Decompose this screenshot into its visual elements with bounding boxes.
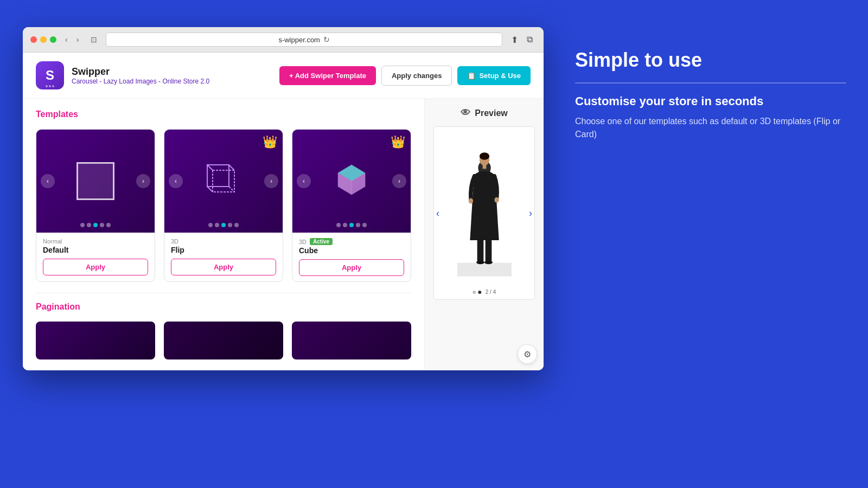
default-shape xyxy=(76,162,114,200)
setup-use-button[interactable]: 📋 Setup & Use xyxy=(457,66,531,85)
template-flip-info: 3D Flip Apply xyxy=(164,233,283,281)
template-flip-name: Flip xyxy=(171,246,276,254)
add-template-button[interactable]: + Add Swiper Template xyxy=(279,66,376,85)
apply-default-button[interactable]: Apply xyxy=(43,259,148,275)
template-preview-default: ‹ › xyxy=(36,130,155,233)
apply-flip-button[interactable]: Apply xyxy=(171,259,276,275)
pagination-section: Pagination xyxy=(36,302,411,359)
preview-next-button[interactable]: › xyxy=(529,208,532,219)
svg-line-2 xyxy=(207,165,213,170)
main-content: Templates ‹ › xyxy=(23,99,544,370)
preview-prev-button[interactable]: ‹ xyxy=(436,208,439,219)
pagination-card-3 xyxy=(292,322,411,359)
template-preview-flip: ‹ 👑 › xyxy=(164,130,283,233)
sidebar-divider xyxy=(575,82,846,84)
template-flip-type: 3D xyxy=(171,238,276,245)
crown-icon-cube: 👑 xyxy=(391,135,405,149)
section-divider xyxy=(36,293,411,293)
logo-dots xyxy=(46,85,54,87)
gear-icon: ⚙ xyxy=(524,349,531,359)
address-bar[interactable]: s-wipper.com ↻ xyxy=(106,33,502,47)
minimize-button[interactable] xyxy=(40,36,47,43)
reload-button[interactable]: ↻ xyxy=(323,35,330,44)
model-figure xyxy=(457,143,512,284)
template-card-cube: ‹ 👑 › xyxy=(292,129,411,282)
svg-rect-17 xyxy=(485,239,492,262)
template-flip-next[interactable]: › xyxy=(264,174,278,188)
apply-changes-button[interactable]: Apply changes xyxy=(381,66,452,86)
app-header: S Swipper Carousel - Lazy Load Images - … xyxy=(23,53,544,99)
left-panel: Templates ‹ › xyxy=(23,99,424,370)
pagination-cards xyxy=(36,322,411,359)
templates-section-title: Templates xyxy=(36,110,411,119)
svg-point-15 xyxy=(494,197,499,203)
logo-letter: S xyxy=(46,68,54,83)
svg-point-12 xyxy=(479,152,489,159)
svg-point-18 xyxy=(476,261,484,265)
subtitle-text: Carousel - Lazy Load Images - xyxy=(72,78,162,85)
preview-title: Preview xyxy=(475,108,507,118)
maximize-button[interactable] xyxy=(50,36,56,43)
svg-rect-9 xyxy=(457,263,512,277)
templates-grid: ‹ › Normal xyxy=(36,129,411,282)
share-button[interactable]: ⬆ xyxy=(508,34,521,46)
preview-dot-2 xyxy=(478,291,481,294)
traffic-lights xyxy=(30,36,56,43)
duplicate-button[interactable]: ⧉ xyxy=(524,34,536,46)
apply-cube-button[interactable]: Apply xyxy=(299,259,404,276)
svg-rect-16 xyxy=(477,239,483,262)
template-default-dots xyxy=(80,223,111,227)
eye-icon: 👁 xyxy=(461,107,470,119)
preview-panel: 👁 Preview xyxy=(424,99,544,370)
cube-shape xyxy=(330,159,373,203)
preview-header: 👁 Preview xyxy=(461,107,507,119)
preview-image-container: ‹ › 2 / 4 xyxy=(433,126,535,300)
right-sidebar: Simple to use Customise your store in se… xyxy=(553,27,868,163)
title-bar: ‹ › ⊡ s-wipper.com ↻ ⬆ ⧉ xyxy=(23,27,544,53)
svg-line-4 xyxy=(207,187,213,192)
svg-line-5 xyxy=(229,187,234,192)
active-badge: Active xyxy=(310,238,333,245)
nav-buttons: ‹ › xyxy=(62,34,82,45)
setup-use-label: Setup & Use xyxy=(479,72,521,80)
template-cube-dots xyxy=(336,223,367,227)
svg-line-3 xyxy=(229,165,234,170)
template-card-default: ‹ › Normal xyxy=(36,129,155,282)
forward-button[interactable]: › xyxy=(73,34,82,45)
template-default-next[interactable]: › xyxy=(136,174,150,188)
template-default-type: Normal xyxy=(43,238,148,245)
setup-icon: 📋 xyxy=(467,72,476,80)
back-button[interactable]: ‹ xyxy=(62,34,71,45)
svg-rect-13 xyxy=(482,165,486,169)
app-subtitle: Carousel - Lazy Load Images - Online Sto… xyxy=(72,78,279,85)
preview-dot-1 xyxy=(473,291,476,294)
app-name: Swipper xyxy=(72,66,279,78)
header-actions: + Add Swiper Template Apply changes 📋 Se… xyxy=(279,66,531,86)
sidebar-subheadline: Customise your store in seconds xyxy=(575,94,846,108)
gear-button[interactable]: ⚙ xyxy=(518,344,537,364)
toolbar-buttons: ⬆ ⧉ xyxy=(508,34,536,46)
template-default-prev[interactable]: ‹ xyxy=(41,174,55,188)
flip-shape xyxy=(205,162,242,200)
template-cube-info: 3D Active Cube Apply xyxy=(292,233,411,281)
template-flip-dots xyxy=(208,223,239,227)
subtitle-link[interactable]: Online Store 2.0 xyxy=(162,78,209,85)
svg-point-19 xyxy=(484,261,493,265)
sidebar-headline: Simple to use xyxy=(575,49,846,72)
svg-rect-0 xyxy=(213,170,234,192)
browser-window: ‹ › ⊡ s-wipper.com ↻ ⬆ ⧉ S Swipper Carou… xyxy=(23,27,544,370)
preview-dots: 2 / 4 xyxy=(473,289,496,295)
template-default-name: Default xyxy=(43,246,148,254)
template-cube-prev[interactable]: ‹ xyxy=(297,174,311,188)
pagination-section-title: Pagination xyxy=(36,302,411,312)
crown-icon-flip: 👑 xyxy=(263,135,277,149)
sidebar-body: Choose one of our templates such as defa… xyxy=(575,115,846,141)
close-button[interactable] xyxy=(30,36,37,43)
template-cube-name: Cube xyxy=(299,246,404,255)
template-card-flip: ‹ 👑 › xyxy=(164,129,283,282)
template-flip-prev[interactable]: ‹ xyxy=(169,174,183,188)
template-cube-next[interactable]: › xyxy=(392,174,406,188)
tab-view-button[interactable]: ⊡ xyxy=(87,34,100,45)
preview-counter: 2 / 4 xyxy=(486,289,496,295)
svg-point-14 xyxy=(468,198,473,204)
